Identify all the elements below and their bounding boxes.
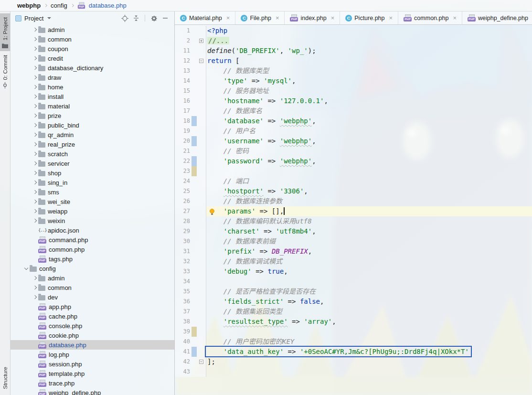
code-line-27[interactable]: 27 'params' => [], [175,206,532,216]
stripe-commit-button[interactable]: 0: Commit [0,51,10,91]
tree-item-coupon[interactable]: coupon [11,44,174,53]
code-line-23[interactable]: 23 [175,166,532,176]
tree-item-cache.php[interactable]: cache.php [11,311,174,321]
tree-item-shop[interactable]: shop [11,168,174,178]
tree-item-draw[interactable]: draw [11,73,174,82]
tree-item-database_dictionary[interactable]: database_dictionary [11,63,174,73]
chevron-right-icon[interactable] [32,66,38,69]
close-icon[interactable]: × [389,15,393,21]
tree-item-app.php[interactable]: app.php [11,302,174,311]
chevron-right-icon[interactable] [32,47,38,50]
chevron-right-icon[interactable] [32,296,38,299]
code-line-13[interactable]: 13 // 数据库类型 [175,66,532,76]
tree-item-console.php[interactable]: console.php [11,321,174,331]
tree-item-command.php[interactable]: command.php [11,235,174,245]
code-line-29[interactable]: 29 'charset' => 'utf8mb4', [175,226,532,236]
code-line-16[interactable]: 16 'hostname' => '127.0.0.1', [175,96,532,106]
code-line-18[interactable]: 18 'database' => 'webphp', [175,116,532,126]
tree-item-apidoc.json[interactable]: apidoc.json [11,225,174,235]
tree-item-public_bind[interactable]: public_bind [11,120,174,130]
code-line-12[interactable]: 12−return [ [175,56,532,66]
tree-item-session.php[interactable]: session.php [11,359,174,369]
chevron-right-icon[interactable] [32,200,38,203]
tree-item-trace.php[interactable]: trace.php [11,378,174,388]
chevron-right-icon[interactable] [32,277,38,279]
code-line-28[interactable]: 28 // 数据库编码默认采用utf8 [175,216,532,226]
tree-item-sms[interactable]: sms [11,187,174,197]
code-line-2[interactable]: 2+//... [175,36,532,46]
code-line-20[interactable]: 20 'username' => 'webphp', [175,136,532,146]
code-line-17[interactable]: 17 // 数据库名 [175,106,532,116]
collapse-all-icon[interactable] [132,14,140,22]
tab-Picture.php[interactable]: Picture.php× [340,11,398,24]
close-icon[interactable]: × [331,15,335,21]
code-line-43[interactable]: 43 [175,367,532,377]
code-line-19[interactable]: 19 // 用户名 [175,126,532,136]
tab-weiphp_define.php[interactable]: weiphp_define.php× [462,11,532,24]
code-line-1[interactable]: 1<?php [175,26,532,36]
tree-item-prize[interactable]: prize [11,111,174,120]
tree-item-database.php[interactable]: database.php [11,340,174,350]
chevron-right-icon[interactable] [32,143,38,146]
chevron-right-icon[interactable] [32,171,38,174]
tree-item-weiapp[interactable]: weiapp [11,206,174,216]
tree-item-home[interactable]: home [11,82,174,92]
close-icon[interactable]: × [276,15,279,21]
tree-item-cookie.php[interactable]: cookie.php [11,331,174,340]
chevron-right-icon[interactable] [32,152,38,155]
chevron-right-icon[interactable] [32,124,38,127]
tab-index.php[interactable]: index.php× [285,11,340,24]
fold-expand-icon[interactable]: + [199,39,203,43]
fold-collapse-icon[interactable]: − [199,360,203,364]
chevron-right-icon[interactable] [32,95,38,98]
chevron-right-icon[interactable] [32,191,38,193]
chevron-right-icon[interactable] [32,162,38,165]
tree-item-template.php[interactable]: template.php [11,369,174,378]
code-line-35[interactable]: 35 // 是否严格检查字段是否存在 [175,287,532,297]
chevron-right-icon[interactable] [32,286,38,289]
breadcrumb-item-database.php[interactable]: database.php [89,2,127,9]
tree-item-config[interactable]: config [11,264,174,273]
code-line-31[interactable]: 31 'prefix' => DB_PREFIX, [175,246,532,256]
tree-item-admin[interactable]: admin [11,273,174,283]
chevron-right-icon[interactable] [32,133,38,136]
fold-column[interactable]: − [197,56,206,66]
tree-item-weixin[interactable]: weixin [11,216,174,225]
fold-column[interactable]: − [197,357,206,367]
code-line-26[interactable]: 26 // 数据库连接参数 [175,196,532,206]
tree-item-scratch[interactable]: scratch [11,149,174,159]
chevron-right-icon[interactable] [32,28,38,31]
chevron-down-icon[interactable] [47,17,51,19]
locate-icon[interactable] [120,14,129,22]
code-line-39[interactable]: 39 [175,327,532,337]
tab-Material.php[interactable]: Material.php× [175,11,235,24]
chevron-right-icon[interactable] [32,210,38,213]
stripe-project-button[interactable]: 1: Project [0,13,10,51]
chevron-right-icon[interactable] [32,114,38,117]
tab-File.php[interactable]: File.php× [235,11,285,24]
intention-bulb-icon[interactable] [210,209,214,214]
tree-item-qr_admin[interactable]: qr_admin [11,130,174,139]
chevron-right-icon[interactable] [32,76,38,79]
breadcrumb-item-webphp[interactable]: webphp [17,2,41,9]
tree-item-admin[interactable]: admin [11,25,174,34]
tree-item-common[interactable]: common [11,34,174,44]
tree-item-common.php[interactable]: common.php [11,245,174,254]
close-icon[interactable]: × [226,15,230,21]
stripe-structure-button[interactable]: Structure [0,363,10,392]
tree-item-material[interactable]: material [11,101,174,111]
code-line-33[interactable]: 33 'debug' => true, [175,267,532,277]
tree-item-tags.php[interactable]: tags.php [11,254,174,264]
fold-collapse-icon[interactable]: − [199,59,203,63]
tab-common.php[interactable]: common.php× [398,11,462,24]
code-line-30[interactable]: 30 // 数据库表前缀 [175,236,532,246]
fold-column[interactable]: + [197,36,206,46]
code-line-41[interactable]: 41 'data_auth_key' => '+0SeoAC#YR,Jm&c?[… [175,347,532,357]
code-line-37[interactable]: 37 // 数据集返回类型 [175,307,532,317]
code-line-11[interactable]: 11define('DB_PREFIX', 'wp_'); [175,46,532,56]
code-line-38[interactable]: 38 'resultset_type' => 'array', [175,317,532,327]
chevron-right-icon[interactable] [32,38,38,41]
settings-gear-icon[interactable] [149,14,158,22]
chevron-right-icon[interactable] [32,219,38,222]
code-line-25[interactable]: 25 'hostport' => '3306', [175,186,532,196]
